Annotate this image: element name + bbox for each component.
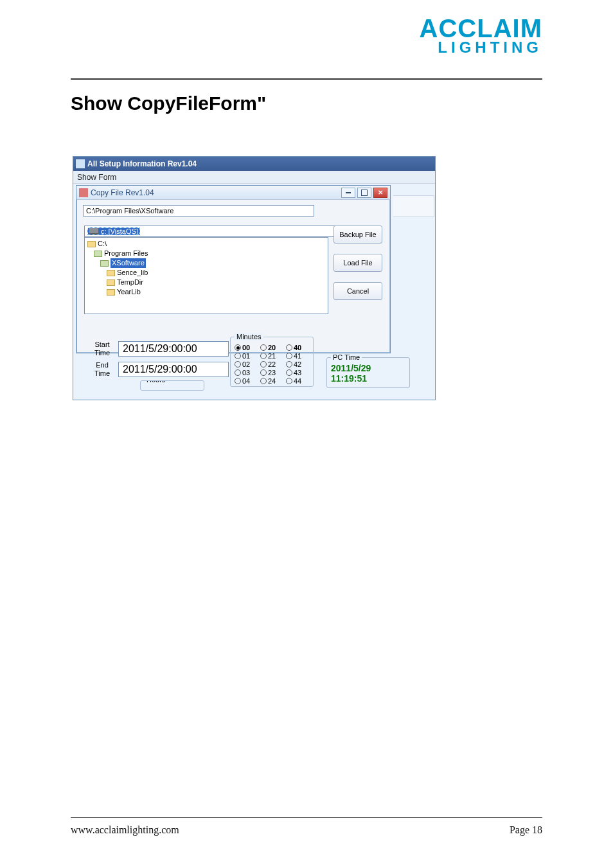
- minute-option-label: 20: [268, 344, 276, 351]
- radio-icon: [286, 344, 292, 351]
- inner-app-icon: [79, 188, 88, 197]
- close-button[interactable]: [373, 188, 387, 198]
- minute-option[interactable]: 20: [260, 344, 283, 351]
- cropped-panel-fragment: [393, 195, 434, 217]
- minute-option-label: 21: [268, 352, 276, 360]
- minute-option[interactable]: 00: [235, 344, 258, 351]
- inner-titlebar[interactable]: Copy File Rev1.04: [76, 186, 390, 200]
- radio-icon: [260, 344, 267, 351]
- radio-icon: [286, 369, 292, 376]
- minute-option-label: 42: [294, 360, 301, 368]
- tree-item[interactable]: YearLib: [87, 287, 325, 297]
- hours-group: Hours: [140, 380, 204, 391]
- folder-icon: [94, 251, 102, 257]
- app-icon: [76, 159, 85, 168]
- brand-logo-sub: LIGHTING: [420, 40, 542, 55]
- radio-icon: [260, 369, 267, 376]
- minute-option-label: 40: [294, 344, 301, 351]
- minute-option[interactable]: 02: [235, 360, 258, 368]
- footer-divider: [71, 817, 542, 818]
- tree-item-label: YearLib: [117, 287, 141, 297]
- pc-time-group: PC Time 2011/5/29 11:19:51: [326, 357, 410, 388]
- tree-item[interactable]: Program Files: [87, 249, 325, 258]
- pc-time-legend: PC Time: [331, 353, 362, 361]
- start-time-label: StartTime: [90, 341, 114, 357]
- outer-titlebar[interactable]: All Setup Information Rev1.04: [73, 157, 435, 171]
- footer-page: Page 18: [510, 824, 542, 836]
- minute-option[interactable]: 22: [260, 360, 283, 368]
- drive-select[interactable]: c: [VistaOS]: [84, 226, 348, 237]
- tree-item[interactable]: Sence_lib: [87, 268, 325, 278]
- path-input[interactable]: C:\Program Files\XSoftware: [83, 205, 314, 217]
- tree-item[interactable]: C:\: [87, 239, 325, 249]
- copy-file-window: Copy File Rev1.04 C:\Program Files\XSoft…: [76, 185, 391, 353]
- inner-window-title: Copy File Rev1.04: [91, 188, 154, 197]
- radio-icon: [235, 369, 241, 376]
- maximize-button[interactable]: [357, 188, 371, 198]
- minute-option[interactable]: 21: [260, 352, 283, 360]
- folder-icon: [107, 270, 115, 276]
- drive-label: c: [VistaOS]: [101, 227, 138, 235]
- menubar: Show Form: [73, 171, 435, 184]
- radio-icon: [235, 361, 241, 368]
- page-title: Show CopyFileForm": [71, 93, 266, 114]
- minute-option[interactable]: 04: [235, 377, 258, 385]
- time-panel: StartTime 2011/5/29:00:00 EndTime 2011/5…: [76, 341, 433, 400]
- tree-item-label: XSoftware: [111, 258, 146, 268]
- tree-item-label: Program Files: [104, 249, 148, 258]
- footer-url: www.acclaimlighting.com: [71, 824, 179, 836]
- header-divider: [71, 78, 542, 80]
- pc-time-value: 2011/5/29 11:19:51: [331, 363, 405, 384]
- minutes-group: Minutes 002040012141022242032343042444: [230, 337, 314, 387]
- minimize-button[interactable]: [341, 188, 355, 198]
- tree-item-label: C:\: [98, 239, 107, 249]
- screenshot-window: All Setup Information Rev1.04 Show Form …: [73, 156, 436, 400]
- tree-item-label: TempDir: [117, 278, 143, 287]
- radio-icon: [286, 361, 292, 368]
- page-footer: www.acclaimlighting.com Page 18: [71, 824, 542, 836]
- backup-file-button[interactable]: Backup File: [333, 226, 382, 244]
- hours-legend: Hours: [145, 380, 167, 384]
- radio-icon: [260, 361, 267, 368]
- menu-show-form[interactable]: Show Form: [77, 173, 116, 182]
- folder-icon: [87, 241, 96, 247]
- tree-item-label: Sence_lib: [117, 268, 148, 278]
- radio-icon: [235, 378, 241, 384]
- radio-icon: [235, 344, 241, 351]
- folder-icon: [100, 260, 109, 267]
- end-time-field[interactable]: 2011/5/29:00:00: [118, 362, 229, 377]
- minute-option-label: 00: [242, 344, 250, 351]
- brand-logo-main: ACCLAIM: [420, 15, 542, 41]
- radio-icon: [286, 353, 292, 359]
- minute-option-label: 23: [268, 369, 276, 376]
- radio-icon: [260, 353, 267, 359]
- minutes-legend: Minutes: [235, 333, 263, 341]
- minute-option[interactable]: 40: [286, 344, 309, 351]
- minute-option[interactable]: 44: [286, 377, 309, 385]
- minute-option-label: 02: [242, 360, 250, 368]
- minute-option[interactable]: 24: [260, 377, 283, 385]
- folder-icon: [107, 289, 115, 296]
- minute-option[interactable]: 43: [286, 369, 309, 376]
- minute-option[interactable]: 01: [235, 352, 258, 360]
- tree-item[interactable]: TempDir: [87, 278, 325, 287]
- load-file-button[interactable]: Load File: [333, 254, 382, 272]
- minute-option-label: 04: [242, 377, 250, 385]
- folder-icon: [107, 279, 115, 286]
- minute-option-label: 41: [294, 352, 301, 360]
- outer-window-title: All Setup Information Rev1.04: [87, 159, 197, 168]
- minute-option[interactable]: 41: [286, 352, 309, 360]
- cancel-button[interactable]: Cancel: [333, 282, 382, 300]
- end-time-label: EndTime: [90, 361, 114, 378]
- radio-icon: [260, 378, 267, 384]
- start-time-field[interactable]: 2011/5/29:00:00: [118, 341, 229, 357]
- minute-option-label: 01: [242, 352, 250, 360]
- tree-item[interactable]: XSoftware: [87, 258, 325, 268]
- minute-option-label: 24: [268, 377, 276, 385]
- minute-option[interactable]: 03: [235, 369, 258, 376]
- folder-tree[interactable]: C:\Program FilesXSoftwareSence_libTempDi…: [84, 237, 328, 314]
- radio-icon: [286, 378, 292, 384]
- minute-option[interactable]: 42: [286, 360, 309, 368]
- minute-option[interactable]: 23: [260, 369, 283, 376]
- minute-option-label: 44: [294, 377, 301, 385]
